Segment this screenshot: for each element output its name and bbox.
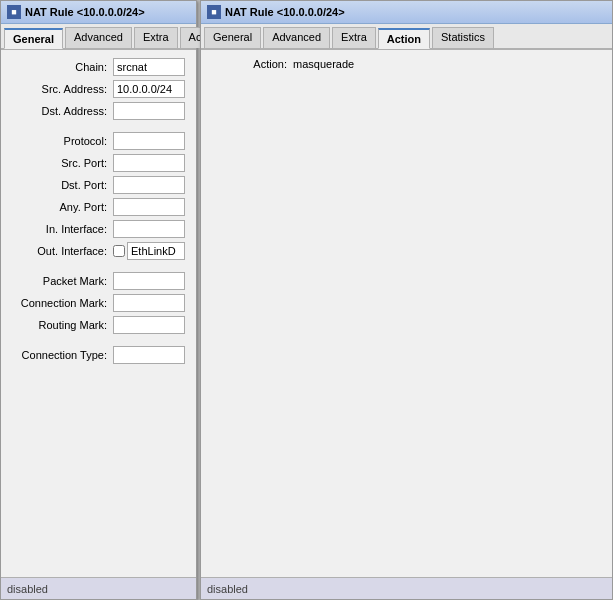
packet-mark-label: Packet Mark: — [7, 275, 107, 287]
src-port-row: Src. Port: — [7, 154, 190, 172]
out-interface-label: Out. Interface: — [7, 245, 107, 257]
left-tab-advanced[interactable]: Advanced — [65, 27, 132, 48]
left-title-bar: ■ NAT Rule <10.0.0.0/24> — [1, 1, 196, 24]
left-status-text: disabled — [7, 583, 48, 595]
out-interface-field — [113, 242, 185, 260]
packet-mark-input[interactable] — [113, 272, 185, 290]
right-tab-extra[interactable]: Extra — [332, 27, 376, 48]
src-port-label: Src. Port: — [7, 157, 107, 169]
left-tab-extra[interactable]: Extra — [134, 27, 178, 48]
right-status-bar: disabled — [201, 577, 612, 599]
connection-mark-label: Connection Mark: — [7, 297, 107, 309]
action-row: Action: masquerade — [207, 58, 606, 70]
routing-mark-input[interactable] — [113, 316, 185, 334]
routing-mark-row: Routing Mark: — [7, 316, 190, 334]
action-value: masquerade — [293, 58, 354, 70]
packet-mark-row: Packet Mark: — [7, 272, 190, 290]
dst-port-row: Dst. Port: — [7, 176, 190, 194]
left-status-bar: disabled — [1, 577, 196, 599]
dst-address-input[interactable] — [113, 102, 185, 120]
left-window-title: NAT Rule <10.0.0.0/24> — [25, 6, 145, 18]
in-interface-input[interactable] — [113, 220, 185, 238]
protocol-label: Protocol: — [7, 135, 107, 147]
right-tab-advanced[interactable]: Advanced — [263, 27, 330, 48]
in-interface-label: In. Interface: — [7, 223, 107, 235]
right-tabs: General Advanced Extra Action Statistics — [201, 24, 612, 50]
src-address-input[interactable] — [113, 80, 185, 98]
any-port-row: Any. Port: — [7, 198, 190, 216]
right-status-text: disabled — [207, 583, 248, 595]
chain-label: Chain: — [7, 61, 107, 73]
protocol-row: Protocol: — [7, 132, 190, 150]
right-content: Action: masquerade — [201, 50, 612, 577]
right-window: ■ NAT Rule <10.0.0.0/24> General Advance… — [200, 0, 613, 600]
routing-mark-label: Routing Mark: — [7, 319, 107, 331]
out-interface-row: Out. Interface: — [7, 242, 190, 260]
right-tab-statistics[interactable]: Statistics — [432, 27, 494, 48]
dst-address-row: Dst. Address: — [7, 102, 190, 120]
src-port-input[interactable] — [113, 154, 185, 172]
left-window-icon: ■ — [7, 5, 21, 19]
out-interface-input[interactable] — [127, 242, 185, 260]
src-address-label: Src. Address: — [7, 83, 107, 95]
right-window-title: NAT Rule <10.0.0.0/24> — [225, 6, 345, 18]
in-interface-row: In. Interface: — [7, 220, 190, 238]
right-title-bar: ■ NAT Rule <10.0.0.0/24> — [201, 1, 612, 24]
connection-mark-input[interactable] — [113, 294, 185, 312]
any-port-label: Any. Port: — [7, 201, 107, 213]
right-tab-action[interactable]: Action — [378, 28, 430, 49]
left-tabs: General Advanced Extra Action — [1, 24, 196, 50]
src-address-row: Src. Address: — [7, 80, 190, 98]
connection-mark-row: Connection Mark: — [7, 294, 190, 312]
left-content: Chain: Src. Address: Dst. Address: Proto… — [1, 50, 196, 577]
chain-input[interactable] — [113, 58, 185, 76]
connection-type-row: Connection Type: — [7, 346, 190, 364]
protocol-input[interactable] — [113, 132, 185, 150]
action-label: Action: — [207, 58, 287, 70]
right-window-icon: ■ — [207, 5, 221, 19]
connection-type-input[interactable] — [113, 346, 185, 364]
connection-type-label: Connection Type: — [7, 349, 107, 361]
dst-port-label: Dst. Port: — [7, 179, 107, 191]
out-interface-checkbox[interactable] — [113, 245, 125, 257]
right-tab-general[interactable]: General — [204, 27, 261, 48]
chain-row: Chain: — [7, 58, 190, 76]
dst-port-input[interactable] — [113, 176, 185, 194]
left-window: ■ NAT Rule <10.0.0.0/24> General Advance… — [0, 0, 197, 600]
any-port-input[interactable] — [113, 198, 185, 216]
dst-address-label: Dst. Address: — [7, 105, 107, 117]
left-tab-general[interactable]: General — [4, 28, 63, 49]
